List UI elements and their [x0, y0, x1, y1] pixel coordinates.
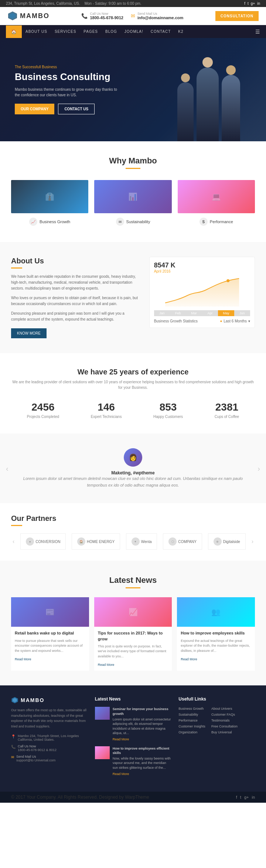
month-mar[interactable]: Mar: [186, 310, 202, 316]
know-more-button[interactable]: KNOW MORE: [11, 328, 47, 338]
month-jan[interactable]: Jan: [154, 310, 170, 316]
stat-customers: 853 Happy Customers: [153, 401, 183, 419]
footer-read-more-2[interactable]: Read More: [113, 772, 171, 777]
about-section: About Us We have built an enviable reput…: [0, 242, 266, 353]
partners-prev[interactable]: ‹: [11, 538, 16, 545]
stat-label-coffee: Cups of Coffee: [215, 415, 239, 419]
testimonial-name: Maketing, #wptheme: [22, 470, 244, 476]
stats-title: We have 25 years of experience: [11, 368, 255, 376]
footer-link-organization[interactable]: Organization: [178, 730, 205, 734]
social-gplus[interactable]: g+: [251, 1, 255, 6]
footer-link-testimonials[interactable]: Testimonials: [211, 719, 238, 722]
nav-home[interactable]: 🏠: [6, 25, 22, 38]
email-icon: ✉: [131, 13, 135, 19]
month-apr[interactable]: Apr: [202, 310, 218, 316]
footer-news-text-1: Seminar for improve your business growth…: [113, 707, 171, 741]
footer-social-gplus[interactable]: g+: [244, 795, 249, 799]
partners-next[interactable]: ›: [250, 538, 255, 545]
chevron-down-icon: ▾: [248, 319, 250, 323]
svg-point-2: [226, 279, 229, 282]
hero-description: Mambo business theme continues to grow e…: [15, 87, 118, 98]
footer-read-more-1[interactable]: Read More: [113, 737, 171, 742]
chart-svg: [154, 277, 250, 307]
nav-k2[interactable]: K2: [174, 25, 187, 38]
footer-email: ✉ Send Mail Us support@to Universal.com: [11, 755, 88, 762]
chart-filter[interactable]: ■ Last 6 Months ▾: [220, 319, 250, 323]
footer-desc: Our team offers the most up to date, sus…: [11, 708, 88, 729]
read-more-1[interactable]: Read More: [15, 657, 31, 661]
footer-links-col1: Business Growth Sustainability Performan…: [178, 707, 205, 736]
footer-col-about: MAMBO Our team offers the most up to dat…: [11, 696, 88, 781]
partner-wenta[interactable]: ✦ Wenta: [126, 533, 157, 550]
social-linkedin[interactable]: in: [257, 1, 260, 6]
stat-number-technicians: 146: [91, 401, 122, 413]
news-card-text-2: This post is quite wordy on purpose. In …: [98, 644, 168, 659]
partner-digitalside[interactable]: ⊕ Digitalside: [208, 533, 246, 550]
partner-name-3: Wenta: [141, 540, 152, 544]
main-nav: 🏠 ABOUT US SERVICES PAGES BLOG JOOMLA! C…: [0, 25, 266, 38]
our-company-button[interactable]: OUR COMPANY: [15, 104, 54, 114]
footer-link-performance[interactable]: Performance: [178, 719, 205, 722]
about-para-3: Denouncing pleasure and praising pain wa…: [11, 311, 138, 322]
partner-homeenergy[interactable]: 🏠 HOME ENERGY: [72, 533, 120, 550]
nav-pages[interactable]: PAGES: [80, 25, 102, 38]
news-card-3: 👥 How to improve employees skills Expoun…: [177, 597, 255, 671]
stat-label-customers: Happy Customers: [153, 415, 183, 419]
nav-about[interactable]: ABOUT US: [22, 25, 51, 38]
consultation-button[interactable]: CONSULTATION: [215, 11, 259, 21]
footer-link-insights[interactable]: Customer Insights: [178, 725, 205, 728]
footer-news-img-2: [95, 746, 110, 759]
footer-link-about[interactable]: About Univers: [211, 707, 238, 710]
footer-link-sustainability[interactable]: Sustainability: [178, 713, 205, 716]
month-jun[interactable]: Jun: [234, 310, 250, 316]
why-card-icon-1: 📈 Business Growth: [11, 216, 88, 227]
partners-list: ● CONVERSION 🏠 HOME ENERGY ✦ Wenta ⬡ COM…: [17, 533, 248, 550]
month-feb[interactable]: Feb: [170, 310, 186, 316]
footer-phone-value: 1800-45-678-9012 & 8012: [18, 748, 57, 752]
month-may[interactable]: May: [218, 310, 234, 316]
partners-underline: [11, 525, 22, 526]
nav-joomla[interactable]: JOOMLA!: [121, 25, 147, 38]
footer-logo-icon: [11, 696, 18, 704]
footer-news-item-desc-2: Now, while the lovely sassy beems with v…: [113, 756, 171, 770]
partner-name-5: Digitalside: [223, 540, 240, 544]
footer-link-consultation[interactable]: Free Consultation: [211, 725, 238, 728]
testimonial-next[interactable]: ›: [258, 464, 260, 473]
hamburger-menu[interactable]: ☰: [255, 29, 260, 35]
partner-conversion[interactable]: ● CONVERSION: [20, 533, 66, 550]
hero-person-1: [177, 73, 194, 141]
footer-news-text-2: How to improve employees efficient skill…: [113, 746, 171, 777]
footer-link-faqs[interactable]: Customer FAQs: [211, 713, 238, 716]
logo[interactable]: MAMBO: [7, 11, 50, 21]
chart-months: Jan Feb Mar Apr May Jun: [154, 310, 250, 316]
hero-content: The Successfull Business Business Consul…: [15, 65, 118, 114]
footer-link-buy[interactable]: Buy Universal: [211, 730, 238, 734]
footer-social-twitter[interactable]: t: [240, 795, 241, 799]
social-facebook[interactable]: f: [244, 1, 245, 6]
hero-person-2: [197, 57, 219, 141]
contact-us-button[interactable]: CONTACT US: [58, 104, 95, 114]
nav-contact[interactable]: CONTACT: [147, 25, 175, 38]
footer-social-facebook[interactable]: f: [236, 795, 237, 799]
top-bar-social: f t g+ in: [244, 1, 260, 6]
footer-logo-text: MAMBO: [21, 697, 44, 703]
read-more-2[interactable]: Read More: [98, 663, 115, 667]
read-more-3[interactable]: Read More: [181, 657, 197, 661]
logo-text: MAMBO: [20, 12, 50, 20]
why-card-img-3: 💻: [178, 180, 255, 213]
why-title: Why Mambo: [11, 156, 255, 166]
footer: MAMBO Our team offers the most up to dat…: [0, 685, 266, 792]
testimonial-section: ‹ 👩 Maketing, #wptheme Lorem ipsum dolor…: [0, 433, 266, 503]
social-twitter[interactable]: t: [248, 1, 249, 6]
nav-blog[interactable]: BLOG: [102, 25, 121, 38]
news-content-2: Tips for success in 2017: Ways to grow T…: [94, 627, 172, 671]
partner-company[interactable]: ⬡ COMPANY: [163, 533, 202, 550]
partners-row: ‹ ● CONVERSION 🏠 HOME ENERGY ✦ Wenta ⬡ C…: [11, 533, 255, 550]
footer-link-growth[interactable]: Business Growth: [178, 707, 205, 710]
footer-social-linkedin[interactable]: in: [252, 795, 255, 799]
why-underline: [126, 168, 140, 169]
hero-section: The Successfull Business Business Consul…: [0, 38, 266, 141]
nav-services[interactable]: SERVICES: [51, 25, 80, 38]
footer-links-title: Usefull Links: [178, 696, 255, 702]
testimonial-prev[interactable]: ‹: [6, 464, 8, 473]
